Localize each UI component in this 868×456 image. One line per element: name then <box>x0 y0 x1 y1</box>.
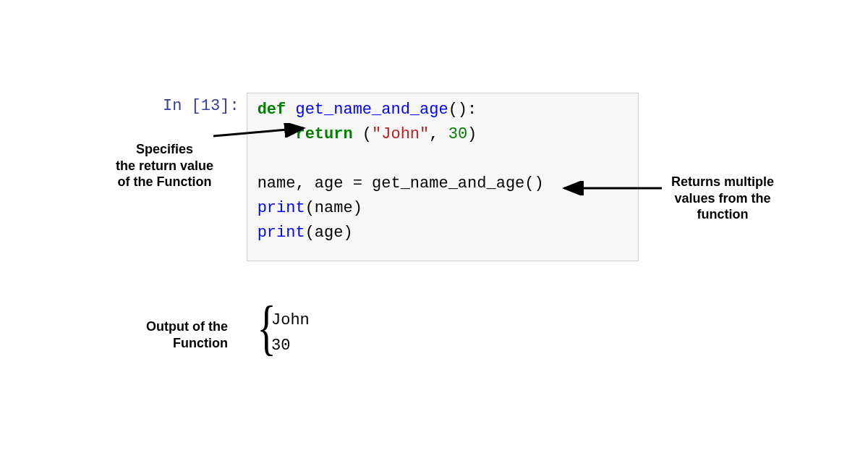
annotation-multiple-values: Returns multiple values from the functio… <box>671 174 774 223</box>
code-line-2: return ("John", 30) <box>258 122 628 147</box>
code-block: def get_name_and_age(): return ("John", … <box>247 93 639 261</box>
code-line-1: def get_name_and_age(): <box>258 98 628 122</box>
print-call: print <box>258 224 305 242</box>
comma: , <box>429 125 448 143</box>
output-line-1: John <box>271 308 310 333</box>
annotation-output: Output of the Function <box>146 318 228 351</box>
keyword-def: def <box>258 101 286 119</box>
code-line-4: print(name) <box>258 196 628 221</box>
output-block: John 30 <box>271 308 310 358</box>
print-arg: (name) <box>305 199 362 217</box>
annotation-return-value: Specifies the return value of the Functi… <box>116 141 213 190</box>
paren: (): <box>448 101 477 119</box>
output-line-2: 30 <box>271 333 310 358</box>
function-name: get_name_and_age <box>286 101 448 119</box>
indent <box>258 125 296 143</box>
keyword-return: return <box>295 125 352 143</box>
string-literal: "John" <box>372 125 429 143</box>
annotation-text: Returns multiple values from the functio… <box>671 174 774 221</box>
blank-line <box>258 147 628 172</box>
print-call: print <box>258 199 305 217</box>
annotation-text: Output of the Function <box>146 319 228 350</box>
open-paren: ( <box>353 125 372 143</box>
annotation-text: Specifies the return value of the Functi… <box>116 142 213 189</box>
curly-brace-icon: { <box>257 297 276 358</box>
code-cell: In [13]: def get_name_and_age(): return … <box>163 93 639 261</box>
code-line-5: print(age) <box>258 221 628 245</box>
code-line-3: name, age = get_name_and_age() <box>258 172 628 196</box>
input-prompt: In [13]: <box>163 93 247 119</box>
number-literal: 30 <box>448 125 467 143</box>
print-arg: (age) <box>305 224 353 242</box>
close-paren: ) <box>467 125 477 143</box>
